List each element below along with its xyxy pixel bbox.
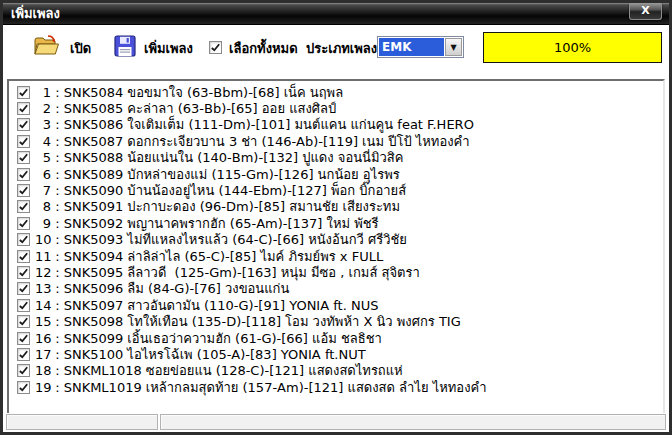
dropdown-button[interactable]: ▼ bbox=[445, 38, 462, 56]
song-checkbox[interactable] bbox=[17, 381, 30, 394]
song-number: 17 bbox=[35, 347, 51, 362]
song-number: 15 bbox=[35, 314, 51, 329]
song-separator: : bbox=[51, 331, 64, 346]
song-checkbox[interactable] bbox=[17, 151, 30, 164]
status-panel-right bbox=[160, 414, 666, 430]
check-icon bbox=[18, 333, 29, 344]
add-song-button[interactable] bbox=[114, 35, 136, 61]
song-separator: : bbox=[51, 265, 64, 280]
select-all-label[interactable]: เลือกทั้งหมด bbox=[229, 41, 298, 57]
song-number: 5 bbox=[35, 150, 51, 165]
song-number: 10 bbox=[35, 232, 51, 247]
song-number: 3 bbox=[35, 117, 51, 132]
check-icon bbox=[18, 365, 29, 376]
song-checkbox[interactable] bbox=[17, 135, 30, 148]
song-separator: : bbox=[51, 216, 64, 231]
open-folder-icon bbox=[33, 34, 61, 58]
song-checkbox[interactable] bbox=[17, 282, 30, 295]
check-icon bbox=[18, 234, 29, 245]
titlebar[interactable]: เพิ่มเพลง X bbox=[3, 3, 669, 25]
song-number: 12 bbox=[35, 265, 51, 280]
song-text: SNKML1019 เหล้ากลมสุดท้าย (157-Am)-[121]… bbox=[64, 377, 487, 398]
song-separator: : bbox=[51, 183, 64, 198]
song-checkbox[interactable] bbox=[17, 168, 30, 181]
song-separator: : bbox=[51, 249, 64, 264]
song-separator: : bbox=[51, 101, 64, 116]
song-checkbox[interactable] bbox=[17, 348, 30, 361]
song-separator: : bbox=[51, 134, 64, 149]
song-number: 8 bbox=[35, 199, 51, 214]
toolbar: เปิด เพิ่มเพลง เลือกทั้งหมด ประเภทเพลง E… bbox=[3, 25, 669, 79]
check-icon bbox=[18, 382, 29, 393]
progress-text: 100% bbox=[554, 40, 591, 55]
progress-bar: 100% bbox=[483, 32, 662, 63]
check-icon bbox=[18, 119, 29, 130]
song-number: 19 bbox=[35, 380, 51, 395]
floppy-disk-icon bbox=[114, 35, 136, 57]
close-button[interactable]: X bbox=[629, 3, 662, 20]
song-checkbox[interactable] bbox=[17, 315, 30, 328]
song-number: 2 bbox=[35, 101, 51, 116]
song-separator: : bbox=[51, 314, 64, 329]
song-number: 6 bbox=[35, 167, 51, 182]
window-title: เพิ่มเพลง bbox=[11, 3, 60, 24]
song-separator: : bbox=[51, 363, 64, 378]
chevron-down-icon: ▼ bbox=[450, 43, 456, 52]
status-bar bbox=[6, 413, 666, 430]
check-icon bbox=[18, 185, 29, 196]
select-all-checkbox[interactable] bbox=[209, 41, 222, 54]
song-checkbox[interactable] bbox=[17, 86, 30, 99]
song-checkbox[interactable] bbox=[17, 233, 30, 246]
song-checkbox[interactable] bbox=[17, 118, 30, 131]
song-number: 7 bbox=[35, 183, 51, 198]
song-separator: : bbox=[51, 281, 64, 296]
song-separator: : bbox=[51, 199, 64, 214]
close-icon: X bbox=[641, 4, 649, 17]
check-icon bbox=[18, 87, 29, 98]
song-separator: : bbox=[51, 380, 64, 395]
check-icon bbox=[18, 267, 29, 278]
check-icon bbox=[18, 316, 29, 327]
check-icon bbox=[18, 152, 29, 163]
check-icon bbox=[18, 283, 29, 294]
song-separator: : bbox=[51, 150, 64, 165]
add-song-window: เพิ่มเพลง X เปิด bbox=[0, 0, 672, 435]
song-number: 13 bbox=[35, 281, 51, 296]
check-icon bbox=[18, 136, 29, 147]
add-song-button-label[interactable]: เพิ่มเพลง bbox=[144, 41, 193, 57]
song-number: 4 bbox=[35, 134, 51, 149]
song-list[interactable]: 1 : SNK5084 ขอขมาใจ (63-Bbm)-[68] เน็ค น… bbox=[7, 79, 665, 415]
song-number: 1 bbox=[35, 85, 51, 100]
song-separator: : bbox=[51, 85, 64, 100]
song-checkbox[interactable] bbox=[17, 364, 30, 377]
song-checkbox[interactable] bbox=[17, 299, 30, 312]
status-panel-left bbox=[6, 414, 158, 430]
song-checkbox[interactable] bbox=[17, 217, 30, 230]
check-icon bbox=[18, 349, 29, 360]
song-checkbox[interactable] bbox=[17, 266, 30, 279]
song-type-selected-value: EMK bbox=[379, 38, 444, 56]
song-number: 14 bbox=[35, 298, 51, 313]
song-type-dropdown[interactable]: EMK ▼ bbox=[377, 36, 464, 58]
song-separator: : bbox=[51, 167, 64, 182]
check-icon bbox=[18, 103, 29, 114]
check-icon bbox=[210, 42, 221, 53]
open-button-label[interactable]: เปิด bbox=[70, 41, 91, 57]
song-separator: : bbox=[51, 232, 64, 247]
song-checkbox[interactable] bbox=[17, 250, 30, 263]
song-number: 9 bbox=[35, 216, 51, 231]
song-number: 18 bbox=[35, 363, 51, 378]
song-checkbox[interactable] bbox=[17, 332, 30, 345]
song-separator: : bbox=[51, 298, 64, 313]
song-separator: : bbox=[51, 347, 64, 362]
check-icon bbox=[18, 218, 29, 229]
song-checkbox[interactable] bbox=[17, 184, 30, 197]
song-checkbox[interactable] bbox=[17, 200, 30, 213]
check-icon bbox=[18, 169, 29, 180]
song-type-label: ประเภทเพลง bbox=[306, 41, 377, 57]
song-number: 16 bbox=[35, 331, 51, 346]
song-separator: : bbox=[51, 117, 64, 132]
song-row[interactable]: 19 : SNKML1019 เหล้ากลมสุดท้าย (157-Am)-… bbox=[9, 379, 663, 395]
open-button[interactable] bbox=[33, 34, 61, 62]
song-checkbox[interactable] bbox=[17, 102, 30, 115]
